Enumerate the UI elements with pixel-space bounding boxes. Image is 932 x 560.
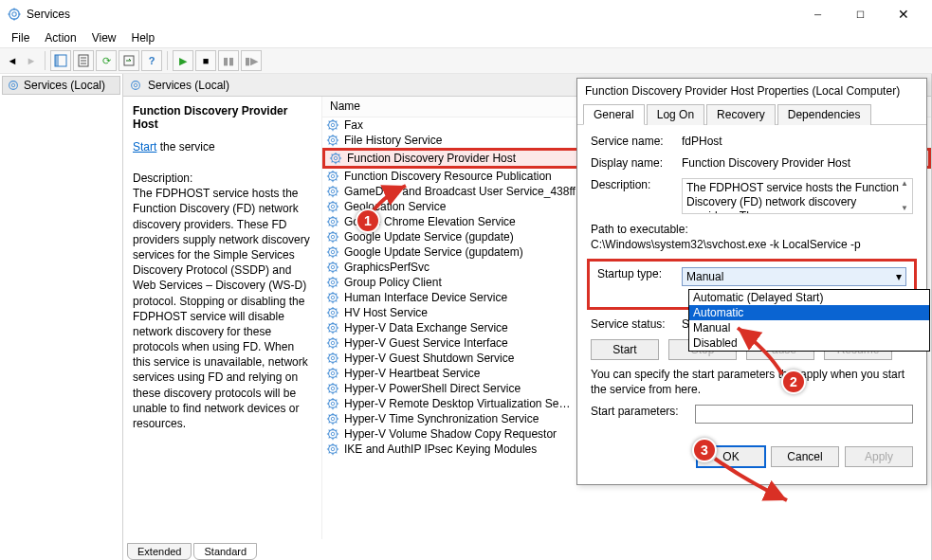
svg-line-123 — [329, 279, 330, 280]
value-display-name: Function Discovery Provider Host — [682, 156, 913, 170]
svg-line-234 — [336, 452, 337, 453]
tab-recovery[interactable]: Recovery — [706, 104, 776, 125]
svg-line-143 — [329, 309, 330, 310]
tab-standard[interactable]: Standard — [193, 543, 257, 560]
value-description: The FDPHOST service hosts the Function D… — [682, 178, 913, 214]
svg-line-236 — [336, 445, 337, 446]
back-button[interactable]: ◄ — [4, 50, 21, 71]
nav-tree: Services (Local) — [0, 74, 123, 560]
svg-line-65 — [329, 194, 330, 195]
svg-line-84 — [336, 225, 337, 226]
svg-line-35 — [329, 143, 330, 144]
tab-logon[interactable]: Log On — [647, 104, 704, 125]
menu-help[interactable]: Help — [124, 29, 163, 46]
gear-icon — [326, 230, 339, 244]
minimize-button[interactable]: ─ — [796, 0, 839, 28]
svg-point-158 — [331, 341, 335, 345]
svg-point-128 — [331, 296, 335, 299]
startup-option-automatic[interactable]: Automatic — [689, 305, 929, 320]
svg-line-64 — [336, 194, 337, 195]
svg-point-138 — [331, 311, 335, 315]
svg-line-53 — [329, 172, 330, 173]
show-hide-tree-button[interactable] — [50, 50, 71, 71]
svg-point-148 — [331, 326, 335, 330]
svg-point-16 — [134, 83, 137, 87]
svg-point-188 — [331, 387, 335, 390]
desc-heading: Description: — [133, 171, 312, 186]
tree-root[interactable]: Services (Local) — [2, 76, 120, 95]
startup-option-disabled[interactable]: Disabled — [689, 335, 929, 351]
arrow-annotation-3 — [709, 453, 795, 510]
svg-line-206 — [336, 400, 337, 401]
refresh-button[interactable]: ⟳ — [96, 50, 117, 71]
stop-service-button[interactable]: ■ — [195, 50, 216, 71]
dialog-title: Function Discovery Provider Host Propert… — [577, 79, 926, 103]
service-name: GraphicsPerfSvc — [344, 261, 429, 274]
gear-icon — [326, 397, 339, 410]
svg-line-75 — [329, 209, 330, 210]
svg-line-76 — [336, 203, 337, 204]
gear-icon — [326, 170, 339, 183]
svg-point-88 — [331, 235, 335, 239]
svg-line-56 — [336, 172, 337, 173]
start-link[interactable]: Start — [133, 140, 156, 154]
svg-line-103 — [329, 248, 330, 249]
svg-line-233 — [329, 445, 330, 446]
restart-service-button[interactable]: ▮▶ — [241, 50, 262, 71]
service-name: Hyper-V Remote Desktop Virtualization Se… — [344, 397, 571, 410]
maximize-button[interactable]: ☐ — [839, 0, 882, 28]
start-params-input[interactable] — [695, 405, 913, 424]
svg-line-184 — [336, 376, 337, 377]
start-button[interactable]: Start — [591, 339, 659, 360]
svg-line-113 — [329, 263, 330, 264]
svg-line-116 — [336, 263, 337, 264]
tab-general[interactable]: General — [583, 104, 645, 125]
properties-button[interactable] — [73, 50, 94, 71]
gear-icon — [7, 79, 20, 92]
export-button[interactable] — [119, 50, 139, 71]
startup-option-delayed[interactable]: Automatic (Delayed Start) — [689, 290, 929, 305]
svg-line-36 — [336, 136, 337, 137]
startup-type-dropdown[interactable]: Manual ▾ — [682, 267, 906, 286]
svg-line-175 — [329, 361, 330, 362]
tab-extended[interactable]: Extended — [127, 543, 192, 560]
pause-service-button[interactable]: ▮▮ — [218, 50, 239, 71]
gear-icon — [326, 321, 339, 334]
service-name: Fax — [344, 118, 363, 132]
menu-view[interactable]: View — [84, 29, 124, 46]
svg-line-186 — [336, 370, 337, 370]
desc-scrollbar[interactable]: ▲▼ — [897, 179, 912, 213]
svg-point-0 — [9, 9, 20, 20]
svg-line-46 — [338, 154, 339, 155]
gear-icon — [326, 443, 339, 456]
svg-line-164 — [336, 346, 337, 347]
svg-line-183 — [329, 370, 330, 370]
svg-point-218 — [331, 432, 335, 436]
help-button[interactable]: ? — [141, 50, 162, 71]
menu-file[interactable]: File — [4, 29, 37, 46]
svg-line-214 — [336, 422, 337, 423]
tab-dependencies[interactable]: Dependencies — [777, 104, 871, 125]
forward-button[interactable]: ► — [23, 50, 40, 71]
svg-line-173 — [329, 354, 330, 355]
gear-icon — [326, 200, 339, 213]
callout-3: 3 — [692, 438, 717, 462]
close-button[interactable]: ✕ — [882, 0, 924, 28]
menu-action[interactable]: Action — [37, 29, 83, 46]
service-name: Hyper-V Data Exchange Service — [344, 321, 508, 334]
svg-line-55 — [329, 179, 330, 180]
svg-point-15 — [132, 81, 140, 89]
startup-option-manual[interactable]: Manual — [689, 320, 929, 335]
svg-point-208 — [331, 417, 335, 421]
service-name: Hyper-V Time Synchronization Service — [344, 412, 539, 425]
svg-line-223 — [329, 430, 330, 431]
app-icon — [8, 8, 21, 21]
svg-line-125 — [329, 285, 330, 286]
svg-line-154 — [336, 331, 337, 332]
gear-icon — [326, 382, 339, 395]
svg-line-203 — [329, 400, 330, 401]
start-service-button[interactable]: ▶ — [173, 50, 193, 71]
gear-icon — [326, 412, 339, 425]
label-service-status: Service status: — [591, 317, 682, 331]
selected-service-title: Function Discovery Provider Host — [133, 104, 312, 131]
